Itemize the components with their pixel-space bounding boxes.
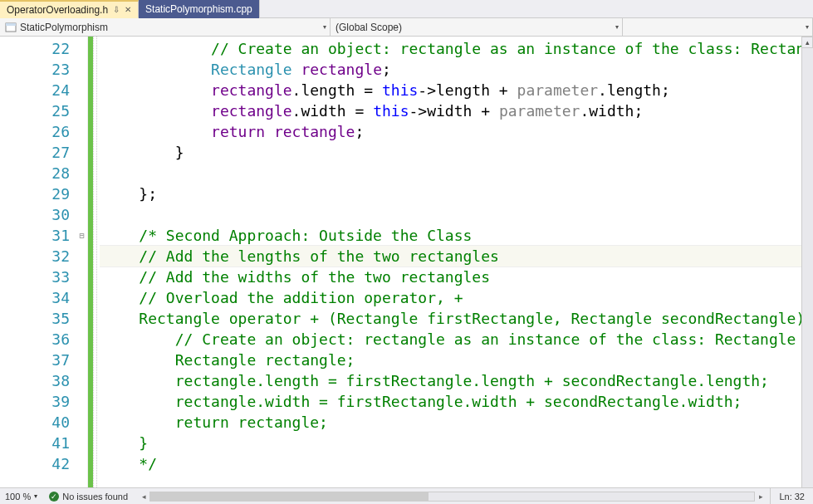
code-line[interactable]: Rectangle rectangle; [100, 350, 801, 370]
fold-toggle [76, 121, 87, 142]
project-icon [5, 22, 17, 33]
code-line[interactable]: */ [100, 453, 801, 474]
member-dropdown[interactable]: ▾ [623, 18, 813, 36]
scroll-left-icon[interactable]: ◂ [138, 492, 149, 501]
fold-toggle [76, 308, 87, 329]
code-line[interactable]: rectangle.length = this->length + parame… [100, 80, 801, 100]
fold-toggle [76, 163, 87, 183]
chevron-down-icon: ▾ [34, 492, 37, 500]
pin-icon[interactable]: ⇩ [113, 5, 120, 14]
line-number: 35 [0, 308, 76, 329]
fold-toggle [76, 370, 87, 391]
line-number: 34 [0, 287, 76, 308]
fold-toggle [76, 350, 87, 370]
scroll-track[interactable] [149, 492, 755, 502]
fold-toggle [76, 412, 87, 433]
fold-toggle [76, 204, 87, 225]
scope-label: (Global Scope) [335, 22, 402, 33]
line-number: 40 [0, 412, 76, 433]
tab-label: OperatorOverloading.h [7, 4, 108, 16]
line-number: 41 [0, 433, 76, 453]
code-line[interactable]: rectangle.width = this->width + paramete… [100, 100, 801, 121]
line-number: 27 [0, 142, 76, 163]
code-line[interactable]: // Create an object: rectangle as an ins… [100, 38, 801, 59]
svg-rect-1 [6, 23, 16, 26]
line-number: 24 [0, 80, 76, 100]
line-number: 37 [0, 350, 76, 370]
line-number: 31 [0, 225, 76, 246]
line-number: 38 [0, 370, 76, 391]
code-line[interactable]: // Add the widths of the two rectangles [100, 267, 801, 287]
tab-operatoroverloading[interactable]: OperatorOverloading.h ⇩ ✕ [0, 0, 139, 18]
project-dropdown[interactable]: StaticPolymorphism ▾ [0, 18, 331, 36]
code-line[interactable]: } [100, 433, 801, 453]
issues-indicator[interactable]: ✓ No issues found [42, 492, 135, 502]
line-number: 22 [0, 38, 76, 59]
line-number: 39 [0, 391, 76, 412]
fold-toggle [76, 59, 87, 80]
line-number: 30 [0, 204, 76, 225]
code-line[interactable]: // Add the lengths of the two rectangles [100, 246, 801, 267]
code-area[interactable]: // Create an object: rectangle as an ins… [100, 37, 801, 487]
code-line[interactable] [100, 163, 801, 183]
tab-staticpolymorphism[interactable]: StaticPolymorphism.cpp [139, 0, 260, 18]
code-line[interactable]: /* Second Approach: Outside the Class [100, 225, 801, 246]
chevron-down-icon: ▾ [615, 23, 619, 31]
issues-text: No issues found [62, 492, 128, 502]
fold-toggle[interactable]: ⊟ [76, 225, 87, 246]
line-number: 26 [0, 121, 76, 142]
line-number: 25 [0, 100, 76, 121]
fold-toggle [76, 267, 87, 287]
zoom-value: 100 % [5, 492, 31, 502]
document-tab-bar: OperatorOverloading.h ⇩ ✕ StaticPolymorp… [0, 0, 813, 18]
navigation-bar: StaticPolymorphism ▾ (Global Scope) ▾ ▾ [0, 18, 813, 37]
line-number: 33 [0, 267, 76, 287]
fold-toggle [76, 80, 87, 100]
code-line[interactable]: } [100, 142, 801, 163]
code-line[interactable]: // Overload the addition operator, + [100, 287, 801, 308]
fold-toggle [76, 183, 87, 204]
close-icon[interactable]: ✕ [125, 5, 131, 14]
code-line[interactable] [100, 204, 801, 225]
code-line[interactable]: Rectangle operator + (Rectangle firstRec… [100, 308, 801, 329]
code-line[interactable]: return rectangle; [100, 412, 801, 433]
fold-toggle [76, 329, 87, 350]
zoom-dropdown[interactable]: 100 % ▾ [0, 492, 42, 502]
code-line[interactable]: return rectangle; [100, 121, 801, 142]
cursor-position[interactable]: Ln: 32 [770, 488, 813, 504]
fold-column[interactable]: ⊟ [76, 37, 88, 487]
line-number: 28 [0, 163, 76, 183]
split-collapse-icon[interactable]: ▴ [801, 37, 813, 48]
fold-toggle [76, 287, 87, 308]
fold-toggle [76, 433, 87, 453]
vertical-scrollbar[interactable] [801, 37, 813, 487]
line-number-gutter: 2223242526272829303132333435363738394041… [0, 37, 76, 487]
line-number: 23 [0, 59, 76, 80]
code-line[interactable]: Rectangle rectangle; [100, 59, 801, 80]
code-line[interactable]: }; [100, 183, 801, 204]
check-icon: ✓ [49, 492, 59, 502]
line-number: 42 [0, 453, 76, 474]
chevron-down-icon: ▾ [806, 23, 809, 31]
line-number: 32 [0, 246, 76, 267]
line-number: 36 [0, 329, 76, 350]
fold-toggle [76, 38, 87, 59]
fold-toggle [76, 100, 87, 121]
scroll-thumb[interactable] [150, 492, 429, 501]
fold-toggle [76, 142, 87, 163]
code-editor[interactable]: 2223242526272829303132333435363738394041… [0, 37, 813, 487]
project-name: StaticPolymorphism [20, 22, 108, 33]
horizontal-scrollbar[interactable]: ◂ ▸ [135, 491, 770, 502]
code-line[interactable]: rectangle.width = firstRectangle.width +… [100, 391, 801, 412]
tab-label: StaticPolymorphism.cpp [145, 3, 252, 15]
scroll-right-icon[interactable]: ▸ [755, 492, 766, 501]
status-bar: 100 % ▾ ✓ No issues found ◂ ▸ Ln: 32 [0, 487, 813, 504]
fold-toggle [76, 246, 87, 267]
fold-toggle [76, 453, 87, 474]
line-number: 29 [0, 183, 76, 204]
fold-toggle [76, 391, 87, 412]
code-line[interactable]: rectangle.length = firstRectangle.length… [100, 370, 801, 391]
line-col-text: Ln: 32 [779, 492, 805, 502]
code-line[interactable]: // Create an object: rectangle as an ins… [100, 329, 801, 350]
scope-dropdown[interactable]: (Global Scope) ▾ [331, 18, 623, 36]
